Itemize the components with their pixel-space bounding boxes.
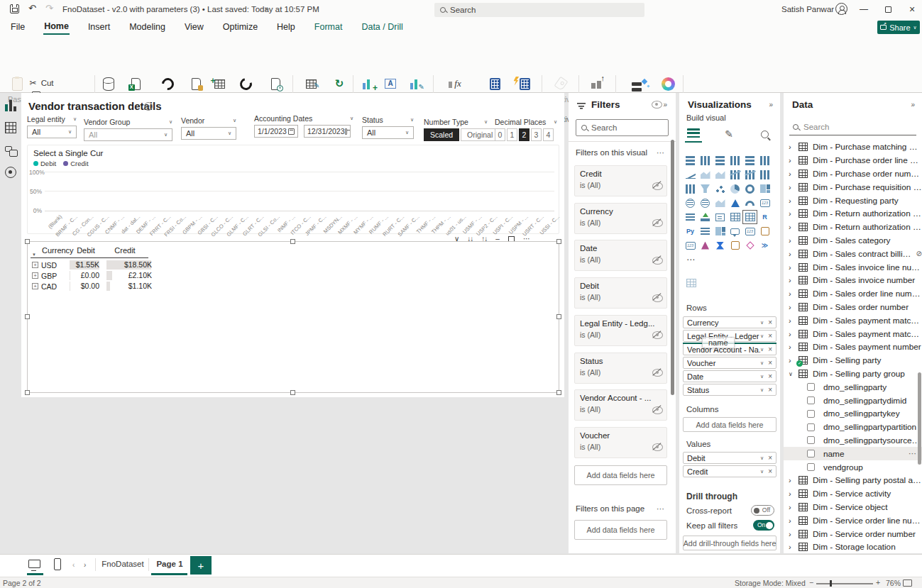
- zoom-slider-thumb[interactable]: [830, 580, 832, 587]
- q-and-a-icon[interactable]: [728, 224, 742, 238]
- expand-chevron-icon[interactable]: [789, 170, 798, 178]
- field-checkbox[interactable]: [807, 396, 815, 404]
- remove-field-icon[interactable]: ×: [768, 332, 772, 340]
- zoom-out-icon[interactable]: −: [809, 578, 813, 587]
- filter-card[interactable]: Voucher is (All): [574, 427, 667, 458]
- get-more-visuals-icon[interactable]: ≫: [757, 238, 772, 253]
- resize-handle[interactable]: [25, 239, 30, 244]
- global-search-input[interactable]: Search: [434, 3, 644, 17]
- r-script-visual-icon[interactable]: R: [757, 210, 772, 224]
- gauge-icon[interactable]: [742, 196, 757, 210]
- ribbon-chart-icon[interactable]: [757, 167, 772, 182]
- remove-field-icon[interactable]: ×: [768, 386, 772, 394]
- field-well-chip[interactable]: Debit ∨ ×: [683, 452, 776, 464]
- data-pane-item[interactable]: ✓ Dim - Selling party postal address ⊘ ⋯: [784, 474, 922, 487]
- zoom-in-icon[interactable]: +: [876, 578, 880, 587]
- data-pane-item[interactable]: ✓ Dim - Return authorization number ⊘ ⋯: [784, 221, 922, 234]
- filter-card[interactable]: Debit is (All): [574, 277, 667, 309]
- 100-stacked-column-chart-icon[interactable]: [757, 153, 772, 167]
- menu-tab[interactable]: Insert: [87, 19, 111, 35]
- area-chart-icon[interactable]: [698, 167, 713, 182]
- eye-slash-icon[interactable]: [652, 294, 662, 301]
- funnel-chart-icon[interactable]: [698, 182, 713, 196]
- expand-chevron-icon[interactable]: [789, 316, 798, 325]
- waterfall-chart-icon[interactable]: [683, 182, 698, 196]
- vendor-group-slicer[interactable]: Vendor Group∨ All∨: [84, 118, 172, 141]
- start-date-input[interactable]: 1/1/2023: [254, 125, 298, 138]
- menu-tab[interactable]: File: [10, 19, 26, 35]
- expand-row-icon[interactable]: [32, 283, 38, 289]
- data-pane-item[interactable]: ✓ Dim - Sales invoice number ⊘ ⋯: [784, 274, 922, 287]
- expand-chevron-icon[interactable]: [789, 236, 798, 245]
- resize-handle[interactable]: [556, 239, 561, 244]
- next-page-icon[interactable]: ›: [84, 561, 86, 569]
- resize-handle[interactable]: [556, 390, 561, 395]
- data-search-input[interactable]: Search: [789, 119, 916, 135]
- card-icon[interactable]: [757, 196, 772, 210]
- data-pane-item[interactable]: ✓ dmo_sellingpartypartition ⊘ ⋯: [784, 421, 922, 434]
- data-pane-item[interactable]: ✓ Dim - Sales payment matched number ⊘ ⋯: [784, 314, 922, 327]
- expand-chevron-icon[interactable]: [789, 143, 798, 151]
- arcgis-maps-icon[interactable]: [742, 238, 757, 253]
- slicer-icon[interactable]: [713, 210, 728, 224]
- resize-handle[interactable]: [25, 314, 30, 319]
- data-pane-item[interactable]: ✓ name ⊘ ⋯: [784, 447, 922, 460]
- data-pane-item[interactable]: ✓ Dim - Selling party group ⊘ ⋯: [784, 367, 922, 381]
- expand-chevron-icon[interactable]: [789, 183, 798, 192]
- mobile-layout-icon[interactable]: [54, 558, 61, 570]
- slicer-option-button[interactable]: 4: [543, 128, 554, 141]
- field-well-chip[interactable]: Status ∨ ×: [683, 384, 776, 396]
- vendor-slicer[interactable]: Vendor∨ All∨: [181, 116, 236, 140]
- more-visual-types-icon[interactable]: ⋯: [686, 255, 695, 265]
- smart-narrative-icon[interactable]: [742, 224, 757, 238]
- eye-slash-icon[interactable]: [652, 443, 662, 450]
- clustered-bar-chart-icon[interactable]: [713, 153, 728, 167]
- data-pane-item[interactable]: ✓ Dim - Requesting party ⊘ ⋯: [784, 194, 922, 207]
- format-visual-tab[interactable]: ✎: [720, 126, 737, 143]
- fit-to-page-icon[interactable]: [903, 579, 912, 587]
- data-pane-item[interactable]: ✓ vendgroup ⊘ ⋯: [784, 460, 922, 474]
- dax-query-view-icon[interactable]: [5, 167, 16, 178]
- new-slicer-icon[interactable]: [698, 224, 713, 238]
- menu-tab[interactable]: Modeling: [128, 19, 166, 35]
- line-and-stacked-column-chart-icon[interactable]: [728, 167, 742, 182]
- data-pane-item[interactable]: ✓ Dim - Sales contract billing sch... ⊘ …: [784, 247, 922, 260]
- slicer-option-button[interactable]: 0: [495, 128, 505, 141]
- field-checkbox[interactable]: [807, 463, 815, 471]
- kpi-icon[interactable]: [698, 210, 713, 224]
- eye-slash-icon[interactable]: [652, 406, 662, 413]
- expand-chevron-icon[interactable]: [789, 543, 798, 551]
- stacked-area-chart-icon[interactable]: [713, 167, 728, 182]
- eye-slash-icon[interactable]: [652, 331, 662, 338]
- scatter-chart-icon[interactable]: [713, 182, 728, 196]
- menu-tab[interactable]: Format: [314, 19, 344, 35]
- data-pane-item[interactable]: ✓ Dim - Storage location ⊘ ⋯: [784, 540, 922, 553]
- data-pane-item[interactable]: ✓ dmo_sellingpartykey ⊘ ⋯: [784, 407, 922, 421]
- expand-chevron-icon[interactable]: [789, 330, 798, 338]
- data-pane-item[interactable]: ✓ Dim - Sales payment number ⊘ ⋯: [784, 340, 922, 354]
- data-pane-item[interactable]: ✓ Dim - Purchase requisition number ⊘ ⋯: [784, 180, 922, 194]
- model-view-icon[interactable]: [5, 146, 12, 152]
- eye-slash-icon[interactable]: [652, 257, 662, 263]
- more-options-icon[interactable]: ⋯: [657, 504, 664, 514]
- chevron-down-icon[interactable]: ∨: [760, 347, 764, 353]
- field-checkbox[interactable]: [807, 436, 815, 444]
- chevron-down-icon[interactable]: ∨: [760, 360, 764, 366]
- slicer-option-button[interactable]: 2: [519, 128, 529, 141]
- accounting-dates-slicer[interactable]: Accounting Dates∨ 1/1/2023 12/31/2023: [254, 114, 353, 138]
- new-page-button[interactable]: +: [190, 556, 212, 575]
- keep-all-filters-toggle[interactable]: On: [753, 520, 774, 531]
- expand-chevron-icon[interactable]: [789, 156, 798, 165]
- slicer-option-button[interactable]: 1: [507, 128, 517, 141]
- resize-handle[interactable]: [556, 314, 561, 319]
- build-visual-tab[interactable]: [685, 126, 702, 143]
- stacked-bar-chart-icon[interactable]: [683, 153, 698, 167]
- map-icon[interactable]: [683, 196, 698, 210]
- filter-card[interactable]: Vendor Account - ... is (All): [574, 389, 667, 421]
- donut-chart-icon[interactable]: [742, 182, 757, 196]
- expand-chevron-icon[interactable]: [789, 276, 798, 284]
- matrix-icon[interactable]: [742, 210, 757, 224]
- expand-chevron-icon[interactable]: [789, 303, 798, 311]
- matrix-header[interactable]: Currency Debit Credit: [31, 246, 148, 258]
- clustered-column-chart-icon[interactable]: [728, 153, 742, 167]
